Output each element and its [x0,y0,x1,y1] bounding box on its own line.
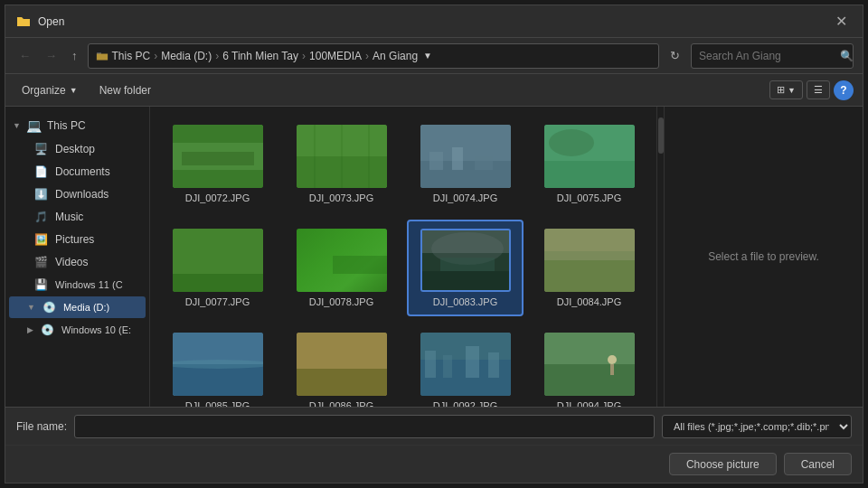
expand-icon-win10: ▶ [27,325,33,334]
file-item-dji0094[interactable]: DJI_0094.JPG [531,324,647,407]
sidebar-icon-documents: 📄 [34,165,48,178]
scrollbar[interactable] [656,107,664,407]
new-folder-button[interactable]: New folder [92,80,158,100]
sidebar-label-this-pc: This PC [47,119,86,132]
sidebar-item-documents[interactable]: 📄 Documents [9,161,146,183]
svg-rect-13 [475,156,493,170]
forward-button[interactable]: → [41,46,61,65]
file-item-dji0092[interactable]: DJI_0092.JPG [407,324,524,407]
breadcrumb-folder-icon [96,50,108,62]
sidebar-icon-downloads: ⬇️ [34,188,48,201]
file-item-dji0077[interactable]: DJI_0077.JPG [159,220,276,316]
sidebar-item-pictures[interactable]: 🖼️ Pictures [9,229,146,250]
file-label-dji0092: DJI_0092.JPG [433,400,498,407]
bottom-bar: File name: All files (*.jpg;*.jpe;*.comp… [5,407,863,445]
file-item-dji0074[interactable]: DJI_0074.JPG [407,116,524,212]
search-icon: 🔍 [840,50,854,62]
file-item-dji0078[interactable]: DJI_0078.JPG [283,220,400,316]
sidebar-item-windows11[interactable]: 💾 Windows 11 (C [9,274,146,296]
file-item-dji0085[interactable]: DJI_0085.JPG [159,324,276,407]
help-button[interactable]: ? [834,80,854,100]
close-button[interactable]: ✕ [830,11,852,33]
scrollbar-thumb[interactable] [658,117,664,154]
refresh-button[interactable]: ↻ [665,46,685,65]
file-label-dji0086: DJI_0086.JPG [309,400,374,407]
svg-rect-33 [173,333,263,364]
preview-text: Select a file to preview. [708,250,819,263]
sidebar-item-music[interactable]: 🎵 Music [9,206,146,228]
view-list-button[interactable]: ☰ [807,80,830,99]
thumb-svg-0078 [297,229,387,292]
file-item-dji0084[interactable]: DJI_0084.JPG [531,220,647,316]
filename-input[interactable] [74,415,655,438]
dialog-title: Open [38,15,64,28]
sidebar-label-media-d: Media (D:) [63,302,109,313]
sidebar-item-windows10[interactable]: ▶ 💿 Windows 10 (E: [9,319,146,341]
search-input[interactable] [699,50,835,62]
svg-rect-47 [610,364,614,375]
file-label-dji0074: DJI_0074.JPG [433,192,498,203]
svg-rect-42 [466,346,479,378]
breadcrumb-media: Media (D:) [161,50,212,62]
svg-rect-29 [544,260,635,292]
svg-rect-15 [544,161,635,188]
svg-rect-45 [544,364,635,396]
cancel-button[interactable]: Cancel [784,453,852,475]
thumb-svg-0077 [173,229,263,292]
svg-rect-12 [452,147,463,170]
file-item-dji0072[interactable]: DJI_0072.JPG [159,116,276,212]
file-item-dji0073[interactable]: DJI_0073.JPG [283,116,400,212]
file-label-dji0077: DJI_0077.JPG [185,296,250,307]
svg-rect-32 [173,364,263,396]
file-label-dji0094: DJI_0094.JPG [557,400,622,407]
sidebar-label-windows10: Windows 10 (E: [61,324,131,335]
up-button[interactable]: ↑ [67,46,82,65]
search-box[interactable]: 🔍 [691,43,854,69]
sidebar-item-videos[interactable]: 🎬 Videos [9,251,146,273]
file-item-dji0083[interactable]: DJI_0083.JPG [407,220,524,316]
preview-pane: Select a file to preview. [664,107,863,407]
thumb-svg-0083 [422,230,511,292]
organize-button[interactable]: Organize ▼ [14,80,85,100]
sidebar-item-this-pc-header[interactable]: ▼ 💻 This PC [5,114,149,137]
sidebar: ▼ 💻 This PC 🖥️ Desktop 📄 Documents ⬇️ Do… [5,107,150,407]
file-item-dji0086[interactable]: DJI_0086.JPG [283,324,400,407]
thumb-svg-0074 [420,125,511,188]
file-label-dji0084: DJI_0084.JPG [557,296,622,307]
file-thumb-dji0086 [297,333,387,396]
file-thumb-dji0078 [297,229,387,292]
breadcrumb[interactable]: This PC › Media (D:) › 6 Tinh Mien Tay ›… [88,43,660,69]
breadcrumb-6tinh: 6 Tinh Mien Tay [222,50,298,62]
svg-rect-36 [297,369,387,396]
svg-rect-0 [96,52,100,53]
file-area: DJI_0072.JPG DJI_0073.JPG [150,107,656,407]
open-dialog: Open ✕ ← → ↑ This PC › Media (D:) › 6 Ti… [5,5,863,483]
file-thumb-dji0072 [173,125,263,188]
svg-rect-19 [173,274,263,292]
sidebar-item-desktop[interactable]: 🖥️ Desktop [9,138,146,160]
svg-rect-40 [425,351,436,378]
sidebar-item-media-d[interactable]: ▼ 💿 Media (D:) [9,296,146,318]
choose-picture-button[interactable]: Choose picture [669,453,777,475]
thumb-svg-0084 [544,229,635,292]
back-button[interactable]: ← [14,46,35,65]
sidebar-icon-windows10: 💿 [41,324,54,336]
sidebar-icon-this-pc: 💻 [26,118,42,133]
action-bar: Choose picture Cancel [5,445,863,483]
title-bar-left: Open [16,14,64,29]
file-item-dji0075[interactable]: DJI_0075.JPG [531,116,647,212]
svg-rect-21 [333,256,387,274]
sidebar-item-downloads[interactable]: ⬇️ Downloads [9,183,146,205]
thumb-svg-0086 [297,333,387,396]
file-label-dji0072: DJI_0072.JPG [185,192,250,203]
file-thumb-dji0075 [544,125,635,188]
sidebar-icon-desktop: 🖥️ [34,143,48,155]
sidebar-label-windows11: Windows 11 (C [55,279,123,290]
toolbar-right: ⊞ ▼ ☰ ? [769,80,854,100]
view-large-button[interactable]: ⊞ ▼ [769,80,803,99]
file-grid: DJI_0072.JPG DJI_0073.JPG [159,116,647,407]
svg-rect-27 [422,230,511,292]
filetype-select[interactable]: All files (*.jpg;*.jpe;*.comp;*.dib;*.pn… [662,415,852,438]
file-thumb-dji0074 [420,125,511,188]
breadcrumb-dropdown-button[interactable]: ▼ [421,51,434,61]
